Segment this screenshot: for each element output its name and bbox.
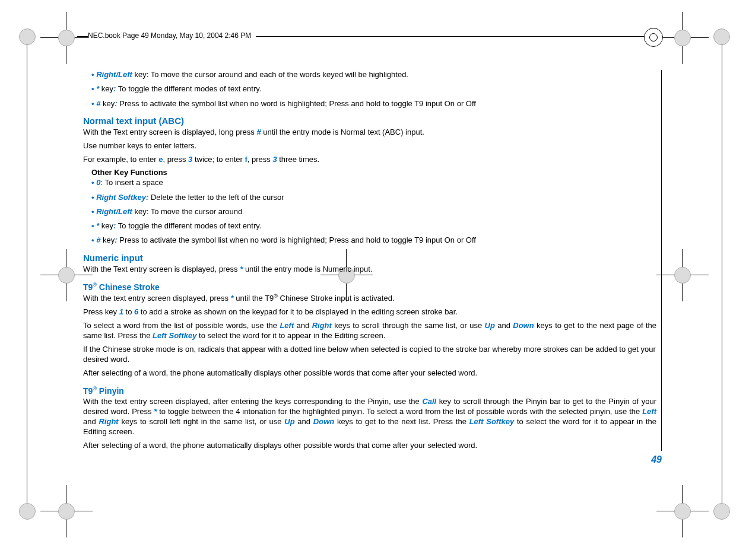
crop-mark-outer-bottom-right <box>713 503 730 520</box>
heading-t9-chinese-stroke: T9® Chinese Stroke <box>83 282 656 292</box>
reg-mark-bottom-right <box>668 497 697 526</box>
paragraph: After selecting of a word, the phone aut… <box>83 368 656 378</box>
bullet-right-left: Right/Left key: To move the cursor aroun… <box>91 207 656 217</box>
bullet-right-softkey: Right Softkey: Delete the letter to the … <box>91 193 656 202</box>
bullet-zero: 0: To insert a space <box>91 178 656 187</box>
crop-mark-outer-top-right <box>713 28 730 45</box>
page-number: 49 <box>83 454 662 465</box>
heading-numeric-input: Numeric input <box>83 253 656 263</box>
heading-t9-pinyin: T9® Pinyin <box>83 386 656 396</box>
bullet-star-key: * key: To toggle the different modes of … <box>91 84 656 94</box>
paragraph: For example, to enter e, press 3 twice; … <box>83 155 656 165</box>
paragraph: To select a word from the list of possib… <box>83 321 656 341</box>
reg-mark-mid-left <box>52 261 81 289</box>
paragraph: Use number keys to enter letters. <box>83 141 656 151</box>
reg-mark-bottom-left <box>52 497 81 526</box>
page-content: Right/Left key: To move the cursor aroun… <box>83 70 662 465</box>
bullet-star-key: * key: To toggle the different modes of … <box>91 221 656 231</box>
heading-normal-text-input: Normal text input (ABC) <box>83 116 656 126</box>
bullet-hash-key: # key: Press to activate the symbol list… <box>91 99 656 109</box>
subheading-other-key-functions: Other Key Functions <box>91 168 656 177</box>
paragraph: If the Chinese stroke mode is on, radica… <box>83 345 656 365</box>
paragraph: With the Text entry screen is displayed,… <box>83 128 656 138</box>
paragraph: Press key 1 to 6 to add a stroke as show… <box>83 307 656 317</box>
crop-mark-outer-top-left <box>19 28 36 45</box>
paragraph: With the Text entry screen is displayed,… <box>83 265 656 275</box>
paragraph: With the text entry screen displayed, pr… <box>83 293 656 304</box>
other-key-list: 0: To insert a space Right Softkey: Dele… <box>91 178 656 245</box>
crop-mark-outer-bottom-left <box>19 503 36 520</box>
reg-mark-top-left <box>52 24 81 52</box>
crop-vline-left <box>27 44 27 503</box>
bullet-right-left: Right/Left key: To move the cursor aroun… <box>91 70 656 79</box>
paragraph: With the text entry screen displayed, af… <box>83 397 656 437</box>
reg-mark-top-right <box>668 24 697 52</box>
reg-mark-mid-right <box>668 261 697 289</box>
crop-vline-right <box>722 44 722 503</box>
header-text: NEC.book Page 49 Monday, May 10, 2004 2:… <box>88 31 256 40</box>
bullet-hash-key: # key: Press to activate the symbol list… <box>91 236 656 245</box>
top-bullet-list: Right/Left key: To move the cursor aroun… <box>91 70 656 109</box>
paragraph: After selecting of a word, the phone aut… <box>83 441 656 451</box>
header-corner-icon <box>644 28 663 47</box>
